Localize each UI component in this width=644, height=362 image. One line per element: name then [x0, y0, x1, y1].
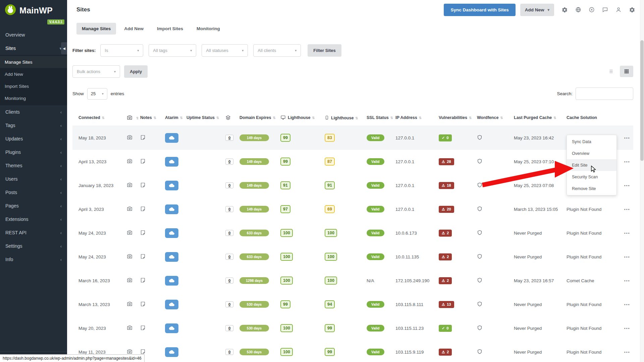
grid-view-button[interactable] — [620, 66, 633, 77]
camera-icon[interactable] — [127, 230, 132, 235]
sidebar-collapse-tab[interactable]: ◀ — [61, 42, 67, 54]
row-actions-button[interactable]: ⋯ — [624, 349, 630, 355]
lighthouse-mobile-score[interactable]: 87 — [325, 158, 335, 166]
lighthouse-mobile-score[interactable]: 83 — [325, 134, 335, 142]
lighthouse-desktop-score[interactable]: 99 — [280, 134, 290, 142]
lighthouse-desktop-score[interactable]: 100 — [280, 324, 293, 332]
lighthouse-mobile-score[interactable]: 100 — [325, 229, 337, 237]
row-actions-button[interactable]: ⋯ — [624, 206, 630, 213]
list-view-button[interactable] — [604, 66, 618, 77]
filter-select-is[interactable]: Is▾ — [100, 44, 143, 57]
count-badge[interactable]: 0 — [225, 349, 233, 355]
atarim-button[interactable] — [165, 204, 178, 214]
atarim-button[interactable] — [165, 252, 178, 262]
vulnerabilities-badge[interactable]: ⚠18 — [439, 182, 454, 189]
row-actions-button[interactable]: ⋯ — [624, 325, 630, 331]
sidebar-item-users[interactable]: Users‹ — [0, 172, 67, 186]
column-header-notes[interactable]: Notes⇅ — [138, 109, 163, 126]
lighthouse-desktop-score[interactable]: 97 — [280, 205, 290, 213]
atarim-button[interactable] — [165, 300, 178, 309]
column-header-domain[interactable]: Domain Expires⇅ — [237, 109, 278, 126]
column-header-connected[interactable]: Connected⇅ — [72, 109, 125, 126]
page-size-select[interactable]: 25 ▾ — [87, 88, 107, 100]
column-header-atarim[interactable]: Atarim⇅ — [163, 109, 184, 126]
tab-import-sites[interactable]: Import Sites — [152, 23, 189, 35]
shield-icon[interactable] — [477, 325, 482, 331]
shield-icon[interactable] — [477, 301, 482, 307]
menu-item-security-scan[interactable]: Security Scan — [567, 171, 616, 183]
column-header-screenshot[interactable]: ⇅ — [125, 109, 138, 126]
camera-icon[interactable] — [127, 206, 132, 212]
lighthouse-mobile-score[interactable]: 100 — [325, 277, 337, 285]
count-badge[interactable]: 0 — [225, 301, 233, 307]
add-new-dropdown[interactable]: Add New ▾ — [520, 4, 554, 16]
row-actions-button[interactable]: ⋯ — [624, 230, 630, 236]
note-icon[interactable] — [140, 182, 146, 188]
camera-icon[interactable] — [127, 134, 132, 140]
mainwp-logo[interactable]: MainWP — [0, 0, 67, 18]
shield-icon[interactable] — [477, 253, 482, 259]
gear-icon[interactable] — [629, 7, 635, 13]
atarim-button[interactable] — [165, 133, 178, 143]
note-icon[interactable] — [140, 159, 146, 164]
count-badge[interactable]: 0 — [225, 159, 233, 165]
lighthouse-desktop-score[interactable]: 99 — [280, 300, 290, 308]
camera-icon[interactable] — [127, 182, 132, 188]
lighthouse-mobile-score[interactable]: 99 — [325, 348, 335, 356]
shield-icon[interactable] — [477, 182, 482, 188]
sidebar-item-manage-sites[interactable]: Manage Sites — [0, 56, 67, 68]
vulnerabilities-badge[interactable]: ✓0 — [439, 325, 452, 332]
lighthouse-desktop-score[interactable]: 100 — [280, 277, 293, 285]
note-icon[interactable] — [140, 349, 146, 354]
count-badge[interactable]: 0 — [225, 325, 233, 331]
sidebar-item-tags[interactable]: Tags‹ — [0, 119, 67, 132]
row-actions-button[interactable]: ⋯ — [624, 278, 630, 284]
column-header-purged[interactable]: Last Purged Cache⇅ — [512, 109, 565, 126]
search-input[interactable] — [576, 87, 633, 100]
sidebar-item-settings[interactable]: Settings‹ — [0, 239, 67, 253]
note-icon[interactable] — [140, 230, 146, 235]
count-badge[interactable]: 0 — [225, 254, 233, 260]
menu-item-edit-site[interactable]: Edit Site — [567, 159, 616, 171]
lighthouse-desktop-score[interactable]: 100 — [280, 229, 293, 237]
scrollbar-thumb[interactable] — [640, 40, 644, 161]
sidebar-item-monitoring[interactable]: Monitoring — [0, 92, 67, 104]
settings-icon[interactable] — [561, 7, 568, 13]
camera-icon[interactable] — [127, 253, 132, 259]
shield-icon[interactable] — [477, 349, 482, 355]
row-actions-button[interactable]: ⋯ — [624, 182, 630, 189]
vulnerabilities-badge[interactable]: ⚠13 — [439, 301, 454, 308]
menu-item-remove-site[interactable]: Remove Site — [567, 183, 616, 194]
sidebar-item-sites[interactable]: Sites▾ — [0, 42, 67, 55]
vulnerabilities-badge[interactable]: ⚠2 — [439, 253, 452, 260]
shield-icon[interactable] — [477, 134, 482, 140]
apply-button[interactable]: Apply — [124, 65, 148, 78]
sidebar-item-overview[interactable]: Overview — [0, 28, 67, 42]
shield-icon[interactable] — [477, 277, 482, 283]
note-icon[interactable] — [140, 206, 146, 212]
sidebar-item-rest-api[interactable]: REST API‹ — [0, 226, 67, 239]
vulnerabilities-badge[interactable]: ✓0 — [439, 134, 452, 141]
lighthouse-mobile-score[interactable]: 94 — [325, 300, 335, 308]
column-header-lh_desktop[interactable]: Lighthouse⇅ — [278, 109, 323, 126]
lighthouse-desktop-score[interactable]: 100 — [280, 253, 293, 261]
note-icon[interactable] — [140, 254, 146, 259]
tab-add-new[interactable]: Add New — [119, 23, 149, 35]
note-icon[interactable] — [140, 135, 146, 140]
globe-icon[interactable] — [575, 7, 581, 13]
atarim-button[interactable] — [165, 181, 178, 190]
sidebar-item-pages[interactable]: Pages‹ — [0, 199, 67, 213]
column-header-ssl[interactable]: SSL Status⇅ — [365, 109, 393, 126]
atarim-button[interactable] — [165, 323, 178, 333]
sidebar-item-clients[interactable]: Clients‹ — [0, 105, 67, 119]
lighthouse-mobile-score[interactable]: 69 — [325, 205, 335, 213]
bulk-actions-dropdown[interactable]: Bulk actions ▾ — [72, 65, 120, 78]
count-badge[interactable]: 0 — [225, 206, 233, 212]
column-header-vuln[interactable]: Vulnerabilities⇅ — [437, 109, 475, 126]
vulnerabilities-badge[interactable]: ⚠2 — [439, 277, 452, 284]
atarim-button[interactable] — [165, 347, 178, 357]
sidebar-item-info[interactable]: Info‹ — [0, 253, 67, 266]
row-actions-button[interactable]: ⋯ — [624, 301, 630, 308]
note-icon[interactable] — [140, 325, 146, 330]
column-header-wordfence[interactable]: Wordfence⇅ — [475, 109, 512, 126]
